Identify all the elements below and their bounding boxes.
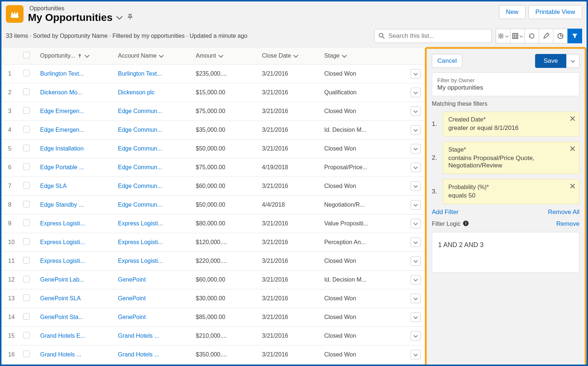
row-checkbox[interactable] (23, 257, 30, 264)
search-input[interactable] (374, 29, 492, 43)
row-checkbox[interactable] (23, 294, 30, 301)
account-link[interactable]: Express Logisti... (118, 258, 163, 264)
filter-card[interactable]: Created Date*greater or equal 8/1/2016 (443, 112, 580, 137)
row-checkbox[interactable] (23, 332, 30, 338)
opportunity-link[interactable]: Express Logisti... (40, 220, 85, 227)
opportunity-link[interactable]: Edge Installation (40, 145, 83, 152)
column-header-amount[interactable]: Amount (192, 47, 258, 65)
row-actions-button[interactable] (410, 200, 421, 210)
chart-button[interactable] (553, 29, 568, 43)
list-view-picker-icon[interactable] (116, 15, 123, 21)
account-link[interactable]: Grand Hotels ... (118, 333, 159, 339)
opportunity-link[interactable]: Edge Emergen... (40, 127, 84, 133)
amount-value: $210,000.... (192, 327, 258, 345)
row-actions-button[interactable] (410, 125, 421, 135)
row-checkbox[interactable] (23, 238, 30, 245)
row-checkbox[interactable] (23, 220, 30, 226)
opportunity-link[interactable]: Dickenson Mo... (40, 89, 82, 95)
account-link[interactable]: Edge Commun... (118, 127, 162, 133)
row-checkbox[interactable] (23, 351, 30, 357)
save-button[interactable]: Save (535, 54, 566, 68)
chevron-down-icon (342, 53, 347, 58)
row-actions-button[interactable] (410, 69, 421, 79)
row-actions-button[interactable] (410, 256, 421, 266)
row-checkbox[interactable] (23, 145, 30, 151)
row-actions-button[interactable] (410, 181, 421, 191)
account-link[interactable]: GenePoint (118, 295, 146, 301)
filter-button[interactable] (567, 29, 582, 43)
account-link[interactable]: Express Logisti... (118, 220, 163, 227)
row-actions-button[interactable] (410, 275, 421, 285)
filter-card[interactable]: Stage*contains Proposal/Price Quote, Neg… (443, 142, 580, 174)
row-actions-button[interactable] (410, 238, 421, 247)
save-menu-button[interactable] (566, 54, 580, 68)
row-checkbox[interactable] (23, 70, 30, 76)
printable-view-button[interactable]: Printable View (528, 5, 582, 19)
amount-value: $75,000.00 (192, 158, 258, 177)
column-header-close-date[interactable]: Close Date (258, 47, 320, 65)
opportunity-link[interactable]: Edge Standby ... (40, 202, 83, 208)
row-checkbox[interactable] (23, 182, 30, 189)
row-actions-button[interactable] (410, 219, 421, 228)
row-actions-button[interactable] (410, 88, 421, 97)
opportunity-link[interactable]: Edge Portable ... (40, 164, 84, 170)
edit-list-button[interactable] (539, 29, 553, 43)
account-link[interactable]: Edge Commun... (118, 108, 162, 114)
account-link[interactable]: Burlington Text... (118, 70, 162, 77)
row-checkbox[interactable] (23, 313, 30, 320)
row-checkbox[interactable] (23, 88, 30, 95)
account-link[interactable]: Express Logisti... (118, 239, 163, 245)
filter-logic-input[interactable]: 1 AND 2 AND 3 (432, 232, 580, 273)
column-header-stage[interactable]: Stage (320, 47, 406, 65)
opportunity-link[interactable]: Edge SLA (40, 183, 67, 189)
new-button[interactable]: New (499, 5, 526, 19)
account-link[interactable]: GenePoint (118, 276, 146, 283)
row-checkbox[interactable] (23, 163, 30, 170)
cancel-button[interactable]: Cancel (432, 54, 462, 68)
remove-logic-link[interactable]: Remove (556, 220, 580, 228)
opportunity-link[interactable]: GenePoint SLA (40, 295, 80, 301)
row-checkbox[interactable] (23, 107, 30, 114)
remove-filter-icon[interactable] (570, 116, 576, 123)
filter-by-owner-card[interactable]: Filter by Owner My opportunities (432, 72, 580, 96)
display-as-button[interactable] (510, 29, 525, 43)
row-checkbox[interactable] (23, 126, 30, 133)
row-actions-button[interactable] (410, 294, 421, 303)
info-icon[interactable] (463, 220, 469, 228)
column-header-opportunity[interactable]: Opportunity... (36, 47, 114, 65)
list-settings-button[interactable] (496, 29, 510, 43)
account-link[interactable]: Edge Commun... (118, 145, 162, 152)
row-actions-button[interactable] (410, 144, 421, 153)
account-link[interactable]: Edge Commun... (118, 183, 162, 189)
row-actions-button[interactable] (410, 312, 421, 322)
account-link[interactable]: Dickenson plc (118, 89, 155, 95)
row-actions-button[interactable] (410, 163, 421, 172)
opportunity-link[interactable]: GenePoint Lab... (40, 276, 84, 283)
account-link[interactable]: Edge Commun... (118, 164, 162, 170)
column-header-account[interactable]: Account Name (114, 47, 192, 65)
remove-filter-icon[interactable] (570, 146, 576, 153)
account-link[interactable]: Grand Hotels ... (118, 351, 159, 358)
opportunity-link[interactable]: GenePoint Sta... (40, 314, 83, 320)
row-actions-button[interactable] (410, 350, 421, 359)
select-all-checkbox[interactable] (23, 52, 30, 58)
refresh-button[interactable] (524, 29, 539, 43)
opportunity-link[interactable]: Express Logisti... (40, 239, 85, 245)
row-checkbox[interactable] (23, 276, 30, 282)
amount-value: $250,000.... (192, 364, 258, 366)
pin-icon[interactable] (126, 14, 134, 22)
opportunity-link[interactable]: Grand Hotels E... (40, 333, 85, 339)
row-checkbox[interactable] (23, 201, 30, 207)
opportunity-link[interactable]: Express Logisti... (40, 258, 85, 264)
opportunity-link[interactable]: Grand Hotels ... (40, 351, 81, 358)
row-actions-button[interactable] (410, 106, 421, 116)
remove-filter-icon[interactable] (570, 183, 576, 190)
row-actions-button[interactable] (410, 331, 421, 341)
account-link[interactable]: Edge Commun... (118, 202, 162, 208)
opportunity-link[interactable]: Burlington Text... (40, 70, 84, 77)
add-filter-link[interactable]: Add Filter (432, 209, 459, 216)
filter-card[interactable]: Probability (%)*equals 50 (443, 179, 580, 204)
account-link[interactable]: GenePoint (118, 314, 146, 320)
opportunity-link[interactable]: Edge Emergen... (40, 108, 84, 114)
remove-all-link[interactable]: Remove All (548, 209, 580, 216)
